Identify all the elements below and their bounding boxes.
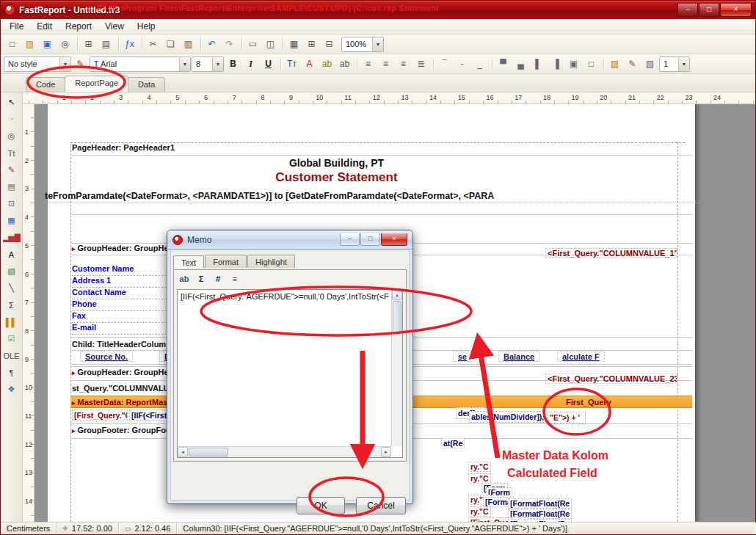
sum-tool-icon[interactable]: Σ (3, 297, 21, 313)
border-top-icon[interactable]: ▀ (495, 56, 512, 72)
scroll-track[interactable] (229, 447, 381, 457)
align-bottom-icon[interactable]: _ (471, 56, 488, 72)
memo-close-button[interactable]: × (381, 233, 407, 246)
column-header-balance[interactable]: Balance (498, 352, 539, 362)
border-left-icon[interactable]: ▌ (530, 56, 547, 72)
page-settings-icon[interactable]: ▤ (98, 36, 115, 52)
align-to-grid-icon[interactable]: ⊞ (303, 36, 320, 52)
chevron-down-icon[interactable]: ▼ (212, 57, 223, 71)
chart-tool-icon[interactable]: ▂▅▇ (3, 230, 21, 245)
masterdata-fragment-2[interactable]: ables[NumDivider]), (469, 411, 545, 423)
memo-vertical-scrollbar[interactable]: ▲ (391, 290, 402, 446)
report-field-fragment[interactable]: [FormatFloat(Re (508, 498, 572, 509)
border-right-icon[interactable]: ▐ (548, 56, 564, 72)
scroll-right-icon[interactable]: ► (381, 447, 391, 457)
aggregate-icon[interactable]: Σ (194, 272, 208, 285)
format-painter-icon[interactable]: ✎ (3, 162, 21, 178)
date-range-object[interactable]: teFromParamdate(<DateFormat>, <PARAMDATE… (45, 191, 700, 203)
horizontal-scroll-thumb[interactable] (189, 448, 228, 456)
line-tool-icon[interactable]: ╲ (3, 280, 21, 296)
border-none-icon[interactable]: □ (583, 56, 600, 72)
align-justify-icon[interactable]: ≣ (412, 56, 429, 72)
band-child-label[interactable]: Child: TitleHeaderColumn1 (72, 340, 175, 349)
select-tool-icon[interactable]: ↖ (3, 95, 21, 110)
table-tool-icon[interactable]: ▦ (3, 213, 21, 228)
chevron-down-icon[interactable]: ▼ (372, 37, 383, 51)
show-grid-icon[interactable]: ▦ (286, 36, 302, 52)
align-middle-icon[interactable]: - (454, 56, 470, 72)
masterdata-cell-1[interactable]: [First_Query."C (72, 410, 128, 421)
insert-tag-icon[interactable]: # (211, 272, 225, 285)
statement-title-object[interactable]: Customer Statement (70, 170, 603, 185)
memo-dialog-titlebar[interactable]: Memo – □ × (167, 230, 412, 250)
cancel-button[interactable]: Cancel (356, 497, 406, 514)
frame-pen-icon[interactable]: ✎ (624, 56, 641, 72)
hand-tool-icon[interactable]: ☞ (3, 112, 21, 127)
menu-item-file[interactable]: File (3, 20, 30, 33)
cut-icon[interactable]: ✂ (145, 36, 161, 52)
barcode-tool-icon[interactable]: ▌▌ (3, 314, 21, 330)
preview-icon[interactable]: ◎ (57, 36, 73, 52)
border-bottom-icon[interactable]: ▄ (512, 56, 529, 72)
minimize-button[interactable]: – (677, 4, 698, 17)
style-combobox[interactable]: No style ▼ (4, 57, 71, 72)
ok-button[interactable]: OK (297, 497, 345, 514)
report-field-fragment[interactable]: at(Re (441, 438, 465, 448)
undo-icon[interactable]: ↶ (203, 36, 220, 52)
align-left-icon[interactable]: ≡ (360, 56, 377, 72)
chevron-down-icon[interactable]: ▼ (678, 57, 689, 71)
report-field-fragment[interactable]: ry."C (468, 473, 491, 484)
word-wrap-icon[interactable]: ≡ (228, 272, 242, 285)
memo-horizontal-scrollbar[interactable]: ◄ ► (178, 446, 391, 457)
memo-maximize-button[interactable]: □ (360, 233, 380, 246)
column-header-source-no[interactable]: Source No. (80, 352, 133, 362)
subreport-tool-icon[interactable]: ⊡ (3, 196, 21, 211)
memo-minimize-button[interactable]: – (340, 233, 360, 246)
ungroup-icon[interactable]: ◫ (262, 36, 279, 52)
memo-tab-text[interactable]: Text (173, 255, 204, 269)
memo-tab-format[interactable]: Format (205, 255, 247, 268)
expression-icon[interactable]: ab (177, 272, 192, 285)
gradient-tool-icon[interactable]: ❖ (3, 382, 21, 397)
band-pageheader-label[interactable]: PageHeader: PageHeader1 (72, 143, 175, 152)
field-first-query[interactable]: First_Query (566, 398, 611, 407)
chevron-down-icon[interactable]: ▼ (179, 57, 190, 71)
underline-button[interactable]: U (260, 56, 277, 72)
align-center-icon[interactable]: ≡ (377, 56, 394, 72)
save-icon[interactable]: ▣ (39, 36, 56, 52)
field-columnvalue-23[interactable]: <First_Query."COLUMNVALUE_23"> (545, 374, 677, 384)
font-color-icon[interactable]: A (301, 56, 318, 72)
text-tool-icon[interactable]: Tt (3, 145, 21, 161)
zoom-combobox[interactable]: 100% ▼ (341, 37, 384, 52)
maximize-button[interactable]: □ (699, 4, 719, 17)
masterdata-fragment-3[interactable]: "E">) + ' (548, 412, 586, 423)
scroll-left-icon[interactable]: ◄ (178, 447, 188, 457)
open-icon[interactable]: ▨ (21, 36, 38, 52)
text-object-tool-icon[interactable]: A (3, 247, 21, 262)
zoom-tool-icon[interactable]: ◎ (3, 128, 21, 144)
ole-tool-icon[interactable]: OLE (3, 348, 21, 363)
band-tool-icon[interactable]: ▤ (3, 179, 21, 194)
menu-item-view[interactable]: View (98, 20, 131, 33)
border-all-icon[interactable]: ▣ (565, 56, 582, 72)
menu-item-edit[interactable]: Edit (30, 20, 59, 33)
new-report-icon[interactable]: □ (4, 36, 21, 52)
style-painter-icon[interactable]: ✎ (72, 56, 89, 72)
report-field-fragment[interactable]: [FormatFloat(Re (508, 519, 572, 522)
memo-editor[interactable]: [IIF(<First_Query."AGEFRDUE">=null,'0 Da… (177, 289, 403, 458)
chevron-down-icon[interactable]: ▼ (59, 57, 70, 71)
field-columnvalue-left[interactable]: st_Query."COLUMNVALUE (72, 384, 175, 393)
menu-item-report[interactable]: Report (59, 20, 98, 33)
align-top-icon[interactable]: ¯ (436, 56, 453, 72)
text-highlight-icon[interactable]: ab (319, 56, 335, 72)
bold-button[interactable]: B (225, 56, 241, 72)
menu-item-help[interactable]: Help (131, 20, 162, 33)
font-family-combobox[interactable]: T Arial ▼ (90, 57, 191, 72)
tab-code[interactable]: Code (26, 77, 65, 92)
line-width-combobox[interactable]: 1 ▼ (659, 57, 690, 72)
function-icon[interactable]: ƒx (121, 36, 138, 52)
vertical-scroll-thumb[interactable] (393, 301, 401, 333)
italic-button[interactable]: I (242, 56, 259, 72)
report-field-fragment[interactable]: ry."C (468, 462, 491, 472)
column-header-calculate[interactable]: alculate F (557, 352, 605, 362)
